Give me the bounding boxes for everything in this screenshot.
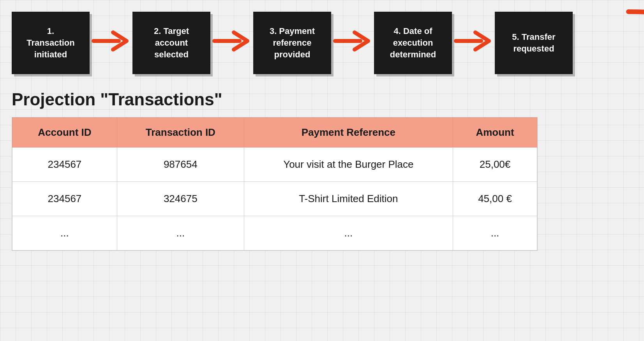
cell-payment-ref-2: T-Shirt Limited Edition	[244, 182, 453, 216]
cell-payment-ref-1: Your visit at the Burger Place	[244, 147, 453, 182]
cell-amount-2: 45,00 €	[453, 182, 537, 216]
cell-account-id-2: 234567	[12, 182, 117, 216]
cell-transaction-id-ellipsis: ...	[117, 216, 244, 250]
table-header-row: Account ID Transaction ID Payment Refere…	[12, 118, 537, 147]
step-5-label: 5. Transfer requested	[512, 31, 555, 54]
step-4-box: 4. Date of execution determined	[374, 12, 452, 74]
step-2-box: 2. Target account selected	[132, 12, 210, 74]
cell-transaction-id-2: 324675	[117, 182, 244, 216]
step-2-label: 2. Target account selected	[154, 25, 189, 60]
col-header-account-id: Account ID	[12, 118, 117, 147]
arrow-1	[90, 27, 132, 55]
table-row: 234567 987654 Your visit at the Burger P…	[12, 147, 537, 182]
step-3-box: 3. Payment reference provided	[253, 12, 331, 74]
col-header-transaction-id: Transaction ID	[117, 118, 244, 147]
arrow-2	[210, 27, 253, 55]
cell-account-id-ellipsis: ...	[12, 216, 117, 250]
step-3-label: 3. Payment reference provided	[270, 25, 315, 60]
cell-transaction-id-1: 987654	[117, 147, 244, 182]
arrow-4	[452, 27, 495, 55]
transactions-table: Account ID Transaction ID Payment Refere…	[12, 117, 538, 251]
step-5-box: 5. Transfer requested	[495, 12, 573, 74]
table-row: ... ... ... ...	[12, 216, 537, 250]
step-4-label: 4. Date of execution determined	[390, 25, 436, 60]
cell-account-id-1: 234567	[12, 147, 117, 182]
cell-amount-ellipsis: ...	[453, 216, 537, 250]
table-row: 234567 324675 T-Shirt Limited Edition 45…	[12, 182, 537, 216]
col-header-amount: Amount	[453, 118, 537, 147]
arrow-3	[331, 27, 374, 55]
cell-payment-ref-ellipsis: ...	[244, 216, 453, 250]
col-header-payment-reference: Payment Reference	[244, 118, 453, 147]
projection-title: Projection "Transactions"	[12, 90, 632, 109]
flow-steps: 1. Transaction initiated 2. Target accou…	[12, 8, 632, 74]
step-1-box: 1. Transaction initiated	[12, 12, 90, 74]
step-1-label: 1. Transaction initiated	[26, 25, 74, 60]
cell-amount-1: 25,00€	[453, 147, 537, 182]
curved-arrow-icon	[621, 0, 644, 90]
